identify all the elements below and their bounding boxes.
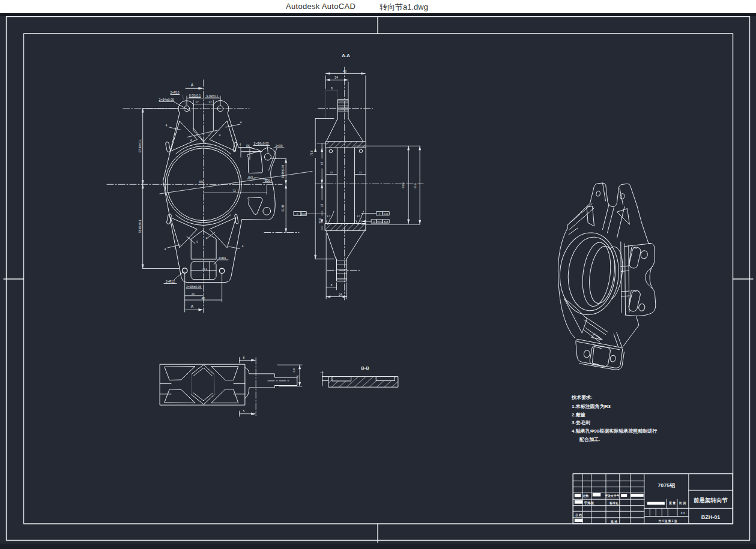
svg-text:37.48: 37.48 (282, 205, 285, 212)
svg-text:76.6: 76.6 (310, 150, 313, 155)
svg-text:学海星: 学海星 (584, 501, 594, 505)
svg-text:60.2: 60.2 (414, 183, 417, 188)
svg-text:A: A (191, 304, 194, 308)
svg-text:技术要求:: 技术要求: (571, 395, 593, 400)
svg-text:4: 4 (166, 124, 168, 127)
svg-text:2.敷镀: 2.敷镀 (572, 412, 586, 418)
svg-text:4: 4 (242, 245, 244, 248)
svg-text:B-B: B-B (361, 365, 369, 371)
svg-text:4: 4 (240, 143, 241, 146)
svg-text:3.去毛刺: 3.去毛刺 (572, 420, 590, 425)
svg-text:8.00±0.1: 8.00±0.1 (189, 94, 201, 97)
svg-text:2×R9: 2×R9 (275, 144, 282, 148)
svg-text:48: 48 (321, 162, 324, 166)
svg-text://: // (297, 212, 298, 215)
svg-text:55.60±0.1: 55.60±0.1 (138, 220, 142, 233)
svg-text:9.99±0.1: 9.99±0.1 (207, 94, 219, 98)
svg-text:0.01: 0.01 (384, 212, 389, 215)
svg-text:24: 24 (339, 293, 342, 296)
svg-text:4×R4: 4×R4 (219, 256, 226, 260)
svg-text:A: A (191, 83, 194, 87)
svg-text:配合加工.: 配合加工. (579, 437, 600, 442)
svg-text:22.6: 22.6 (319, 218, 322, 223)
svg-text:2×R10: 2×R10 (171, 91, 180, 94)
svg-text:8: 8 (243, 356, 245, 359)
svg-text:4: 4 (240, 121, 242, 124)
svg-text:2×R12: 2×R12 (166, 280, 175, 283)
svg-text:18: 18 (321, 204, 324, 208)
svg-text:44.6: 44.6 (202, 268, 208, 271)
svg-text:A-A: A-A (342, 53, 350, 58)
svg-text:4.轴承孔Φ90根据实际轴承按照精制进行: 4.轴承孔Φ90根据实际轴承按照精制进行 (572, 428, 657, 434)
svg-text:7.95: 7.95 (297, 375, 299, 379)
svg-text:3.20: 3.20 (293, 368, 295, 372)
svg-text:1.未标注圆角为R3: 1.未标注圆角为R3 (572, 404, 611, 409)
svg-text:3.2: 3.2 (327, 215, 330, 218)
svg-text:共 4 张 第 1 张: 共 4 张 第 1 张 (658, 519, 677, 523)
svg-text:4: 4 (219, 134, 221, 137)
svg-text:8: 8 (331, 86, 333, 90)
svg-text:4: 4 (196, 241, 198, 244)
svg-text:处数: 处数 (582, 494, 589, 498)
svg-text:4: 4 (165, 248, 166, 251)
svg-text:R21: R21 (248, 176, 253, 179)
svg-text:更改文件号: 更改文件号 (605, 494, 620, 498)
svg-text:17: 17 (195, 100, 199, 104)
svg-text:7075铝: 7075铝 (658, 482, 675, 488)
svg-text:8: 8 (331, 284, 333, 287)
svg-text:BZH-01: BZH-01 (701, 514, 721, 520)
svg-text:39.45±0.05: 39.45±0.05 (282, 164, 285, 178)
svg-text:13: 13 (359, 171, 362, 174)
svg-text:Φ206: Φ206 (402, 182, 405, 188)
svg-text:重 量: 重 量 (668, 501, 676, 505)
svg-text:标准化: 标准化 (609, 501, 618, 505)
svg-text:存 档: 存 档 (575, 513, 582, 517)
svg-text:比 例: 比 例 (679, 501, 686, 505)
svg-text:前悬架转向节: 前悬架转向节 (693, 497, 728, 503)
svg-text:2×Φ5±0.05: 2×Φ5±0.05 (186, 285, 201, 289)
svg-text:17: 17 (208, 100, 212, 104)
svg-text:72: 72 (232, 189, 236, 193)
svg-text:A-B: A-B (384, 220, 389, 223)
svg-text:Φ20: Φ20 (265, 179, 271, 182)
svg-text:Φ0.1: Φ0.1 (377, 220, 383, 223)
svg-text:0.01: 0.01 (301, 212, 307, 215)
svg-text:5: 5 (243, 409, 245, 413)
svg-text:97.60±0.1: 97.60±0.1 (138, 139, 142, 152)
svg-text:3.2: 3.2 (357, 215, 360, 218)
svg-text:21: 21 (192, 292, 195, 296)
svg-text:Φ90: Φ90 (199, 181, 204, 184)
svg-text:42: 42 (202, 296, 205, 300)
svg-text:2×Φ4±0.05: 2×Φ4±0.05 (159, 98, 174, 101)
svg-text:◎: ◎ (373, 220, 375, 223)
svg-text:R5: R5 (246, 145, 250, 148)
svg-text:24: 24 (334, 76, 338, 79)
svg-text:2×Φ8±0.05: 2×Φ8±0.05 (254, 142, 269, 145)
svg-text:13: 13 (330, 171, 333, 174)
svg-text:批 准: 批 准 (610, 520, 617, 524)
svg-text:48: 48 (343, 70, 346, 73)
svg-text://: // (379, 212, 381, 215)
svg-text:1:1: 1:1 (681, 512, 685, 515)
